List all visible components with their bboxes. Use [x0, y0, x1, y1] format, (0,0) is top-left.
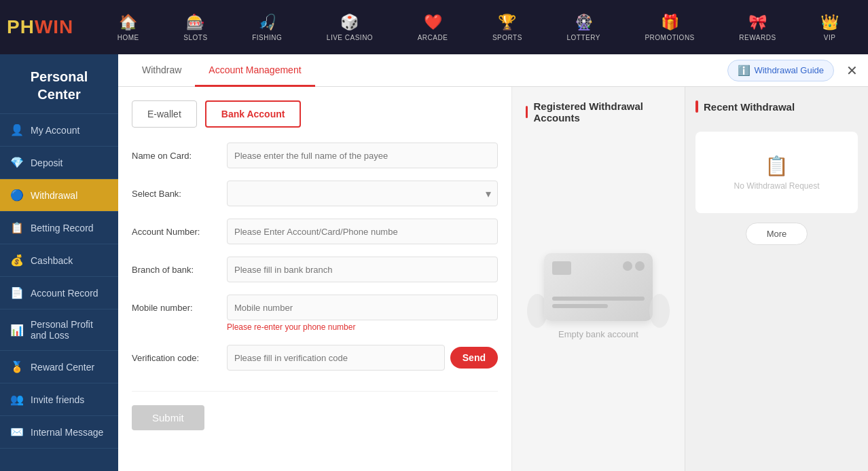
no-request-text: No Withdrawal Request — [734, 181, 819, 191]
card-illustration-wrapper — [544, 253, 653, 321]
nav-live-casino[interactable]: 🎲LIVE CASINO — [321, 14, 378, 41]
mobile-number-row: Mobile number: Please re-enter your phon… — [132, 295, 498, 333]
sidebar: Personal Center 👤 My Account 💎 Deposit 🔵… — [0, 54, 118, 471]
card-chip — [552, 261, 571, 275]
card-dot-2 — [635, 261, 645, 271]
info-icon: ℹ️ — [738, 64, 751, 77]
middle-panel: Registered Withdrawal Accounts — [512, 87, 685, 471]
vip-icon: 👑 — [820, 14, 839, 31]
sidebar-item-personal-profit[interactable]: 📊 Personal Profit and Loss — [0, 309, 118, 351]
select-bank-label: Select Bank: — [132, 189, 227, 199]
red-bar — [526, 106, 528, 118]
nav-rewards[interactable]: 🎀REWARDS — [734, 14, 781, 41]
recent-withdrawal-card: 📋 No Withdrawal Request — [695, 132, 858, 213]
tabs-bar: Withdraw Account Management ℹ️ Withdrawa… — [118, 54, 868, 87]
name-on-card-row: Name on Card: — [132, 143, 498, 168]
nav-sports[interactable]: 🏆SPORTS — [487, 14, 528, 41]
account-number-input[interactable] — [227, 219, 498, 244]
registered-accounts-title: Registered Withdrawal Accounts — [526, 100, 671, 124]
name-on-card-input[interactable] — [227, 143, 498, 168]
nav-arcade[interactable]: ❤️ARCADE — [412, 14, 454, 41]
nav-fishing[interactable]: 🎣FISHING — [247, 14, 287, 41]
account-number-label: Account Number: — [132, 227, 227, 237]
arcade-icon: ❤️ — [424, 14, 442, 31]
no-request-icon: 📋 — [765, 155, 789, 177]
logo-ph: PH — [7, 16, 35, 37]
reward-center-icon: 🏅 — [10, 360, 24, 373]
fishing-icon: 🎣 — [258, 14, 276, 31]
nav-items: 🏠HOME 🎰SLOTS 🎣FISHING 🎲LIVE CASINO ❤️ARC… — [95, 14, 861, 41]
drop-shadow-right — [649, 294, 670, 328]
payment-methods: E-wallet Bank Account — [132, 100, 498, 128]
nav-vip[interactable]: 👑VIP — [815, 14, 844, 41]
logo-win: WIN — [35, 16, 73, 37]
submit-button[interactable]: Submit — [132, 405, 204, 430]
betting-record-icon: 📋 — [10, 221, 24, 234]
app-logo[interactable]: PHWIN — [7, 16, 95, 38]
nav-lottery[interactable]: 🎡LOTTERY — [561, 14, 605, 41]
my-account-icon: 👤 — [10, 124, 24, 136]
account-number-row: Account Number: — [132, 219, 498, 244]
sidebar-item-internal-message[interactable]: ✉️ Internal Message — [0, 416, 118, 449]
main-layout: Personal Center 👤 My Account 💎 Deposit 🔵… — [0, 54, 868, 471]
nav-slots[interactable]: 🎰SLOTS — [178, 14, 213, 41]
mobile-number-label: Mobile number: — [132, 303, 227, 313]
bank-select-wrapper: ▾ — [227, 181, 498, 206]
lottery-icon: 🎡 — [575, 14, 593, 31]
mobile-error-text: Please re-enter your phone number — [227, 322, 355, 332]
sidebar-item-reward-center[interactable]: 🏅 Reward Center — [0, 351, 118, 383]
nav-home[interactable]: 🏠HOME — [112, 14, 145, 41]
sidebar-item-deposit[interactable]: 💎 Deposit — [0, 147, 118, 179]
card-dots — [623, 261, 645, 271]
select-bank-row: Select Bank: ▾ — [132, 181, 498, 206]
sidebar-item-account-record[interactable]: 📄 Account Record — [0, 277, 118, 309]
name-on-card-label: Name on Card: — [132, 151, 227, 161]
tab-withdraw[interactable]: Withdraw — [128, 55, 195, 87]
content-columns: E-wallet Bank Account Name on Card: Sele… — [118, 87, 868, 471]
bank-select[interactable] — [227, 181, 498, 206]
submit-area: Submit — [132, 391, 498, 430]
sidebar-item-my-account[interactable]: 👤 My Account — [0, 114, 118, 147]
sidebar-item-betting-record[interactable]: 📋 Betting Record — [0, 212, 118, 244]
personal-profit-icon: 📊 — [10, 324, 24, 337]
account-record-icon: 📄 — [10, 286, 24, 299]
recent-withdrawal-title: Recent Withdrawal — [695, 100, 858, 113]
invite-friends-icon: 👥 — [10, 393, 24, 406]
internal-message-icon: ✉️ — [10, 426, 24, 438]
sidebar-item-cashback[interactable]: 💰 Cashback — [0, 244, 118, 277]
sports-icon: 🏆 — [498, 14, 516, 31]
sidebar-item-withdrawal[interactable]: 🔵 Withdrawal — [0, 179, 118, 212]
rewards-icon: 🎀 — [748, 14, 767, 31]
withdrawal-icon: 🔵 — [10, 189, 24, 202]
card-line-1 — [552, 297, 645, 301]
card-dot-1 — [623, 261, 632, 271]
live-casino-icon: 🎲 — [340, 14, 359, 31]
card-line-2 — [552, 304, 608, 308]
branch-of-bank-input[interactable] — [227, 257, 498, 282]
sidebar-item-invite-friends[interactable]: 👥 Invite friends — [0, 383, 118, 416]
send-button[interactable]: Send — [450, 347, 498, 369]
branch-of-bank-label: Branch of bank: — [132, 265, 227, 275]
slots-icon: 🎰 — [186, 14, 204, 31]
close-button[interactable]: ✕ — [846, 62, 858, 79]
branch-of-bank-row: Branch of bank: — [132, 257, 498, 282]
right-red-bar — [695, 100, 698, 113]
verification-code-input[interactable] — [227, 345, 445, 371]
card-lines — [552, 297, 645, 312]
right-panel: Recent Withdrawal 📋 No Withdrawal Reques… — [685, 87, 868, 471]
card-illustration — [544, 253, 653, 321]
promotions-icon: 🎁 — [661, 14, 679, 31]
tab-account-management[interactable]: Account Management — [195, 55, 314, 87]
verification-code-row: Verification code: Send — [132, 345, 498, 371]
bank-account-button[interactable]: Bank Account — [205, 100, 302, 128]
more-button[interactable]: More — [746, 223, 808, 245]
verification-code-label: Verification code: — [132, 353, 227, 363]
empty-state: Empty bank account — [526, 134, 671, 457]
content-area: Withdraw Account Management ℹ️ Withdrawa… — [118, 54, 868, 471]
mobile-number-input[interactable] — [227, 295, 498, 320]
empty-bank-label: Empty bank account — [558, 329, 638, 339]
nav-promotions[interactable]: 🎁PROMOTIONS — [639, 14, 700, 41]
withdrawal-guide-button[interactable]: ℹ️ Withdrawal Guide — [727, 60, 834, 81]
cashback-icon: 💰 — [10, 254, 24, 267]
ewallet-button[interactable]: E-wallet — [132, 100, 197, 128]
